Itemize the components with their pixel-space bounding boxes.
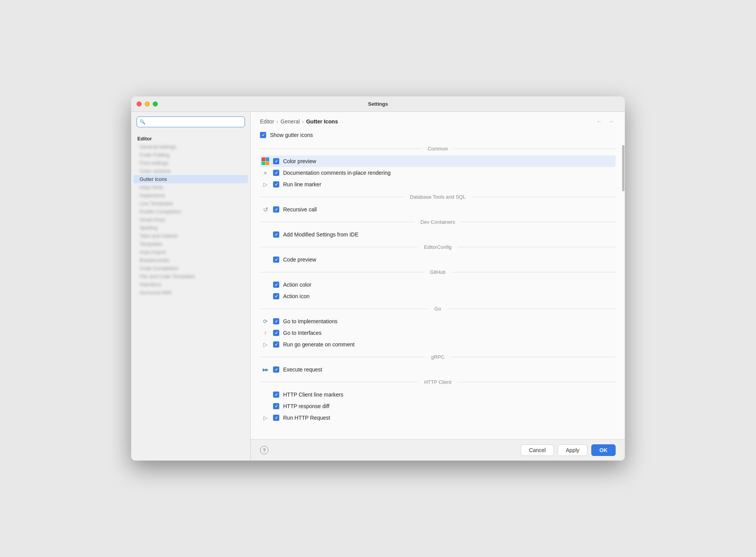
nav-arrows: ← →: [595, 117, 616, 126]
main-content-wrapper: Show gutter icons Common: [251, 130, 625, 439]
color-preview-icon: [262, 157, 269, 165]
sidebar-content: Editor General settings Code Folding Fon…: [131, 132, 250, 461]
nav-forward-button[interactable]: →: [606, 117, 616, 126]
code-preview-icon: [262, 256, 269, 263]
section-divider-http: HTTP Client: [260, 379, 616, 385]
http-line-markers-checkbox[interactable]: [273, 392, 279, 398]
list-item[interactable]: Intentions: [133, 280, 248, 289]
minimize-button[interactable]: [145, 101, 150, 106]
list-item[interactable]: Color scheme: [133, 167, 248, 175]
list-item[interactable]: Code Completion: [133, 264, 248, 272]
search-input[interactable]: [137, 116, 245, 127]
run-go-generate-checkbox[interactable]: [273, 341, 279, 348]
list-item[interactable]: Templates: [133, 240, 248, 248]
settings-row-run-http: ▷ Run HTTP Request: [260, 412, 616, 424]
section-label-db: Database Tools and SQL: [404, 194, 472, 200]
list-item[interactable]: General settings: [133, 143, 248, 151]
run-http-checkbox[interactable]: [273, 415, 279, 421]
go-implementations-checkbox[interactable]: [273, 318, 279, 324]
color-preview-checkbox[interactable]: [273, 158, 279, 164]
window-title: Settings: [368, 101, 388, 107]
settings-row-run-go-generate: ▷ Run go generate on comment: [260, 339, 616, 350]
footer-buttons: Cancel Apply OK: [521, 444, 616, 456]
action-icon-icon: [262, 292, 269, 300]
action-color-checkbox[interactable]: [273, 282, 279, 288]
section-label-grpc: gRPC: [425, 354, 451, 360]
settings-row-add-modified: Add Modified Settings from IDE: [260, 229, 616, 240]
section-label-editorconfig: EditorConfig: [418, 244, 458, 250]
action-icon-checkbox[interactable]: [273, 293, 279, 299]
title-bar: Settings: [131, 96, 625, 112]
section-divider-db: Database Tools and SQL: [260, 194, 616, 200]
go-interfaces-checkbox[interactable]: [273, 330, 279, 336]
code-preview-checkbox[interactable]: [273, 257, 279, 263]
add-modified-label: Add Modified Settings from IDE: [283, 231, 358, 238]
cancel-button[interactable]: Cancel: [521, 444, 554, 456]
section-label-go: Go: [428, 306, 447, 312]
traffic-lights: [137, 101, 158, 106]
go-interfaces-label: Go to Interfaces: [283, 330, 322, 336]
run-go-generate-icon: ▷: [262, 341, 269, 348]
http-response-diff-label: HTTP response diff: [283, 403, 329, 409]
main-header: Editor › General › Gutter Icons ← →: [251, 112, 625, 130]
execute-request-icon: ▶▶: [262, 366, 269, 373]
scrollbar-thumb[interactable]: [622, 145, 624, 191]
search-container: 🔍: [131, 112, 250, 132]
recursive-checkbox[interactable]: [273, 206, 279, 213]
search-wrapper: 🔍: [137, 116, 245, 127]
list-item[interactable]: Inspections: [133, 191, 248, 199]
execute-request-checkbox[interactable]: [273, 366, 279, 373]
http-response-diff-checkbox[interactable]: [273, 403, 279, 409]
section-divider-go: Go: [260, 306, 616, 312]
settings-row-doc-comments: ≡ Documentation comments in-place render…: [260, 167, 616, 179]
list-item[interactable]: Smart Keys: [133, 216, 248, 224]
content-area: 🔍 Editor General settings Code Folding F…: [131, 112, 625, 461]
ok-button[interactable]: OK: [591, 444, 616, 456]
nav-back-button[interactable]: ←: [595, 117, 604, 126]
list-item[interactable]: Code Folding: [133, 151, 248, 159]
list-item[interactable]: Surround With: [133, 289, 248, 297]
http-line-markers-label: HTTP Client line markers: [283, 392, 343, 398]
breadcrumb-general: General: [280, 118, 300, 125]
list-item[interactable]: Spelling: [133, 224, 248, 232]
sidebar-item-gutter-icons[interactable]: Gutter Icons: [133, 175, 248, 183]
run-http-label: Run HTTP Request: [283, 415, 330, 421]
list-item[interactable]: Inlay Hints: [133, 183, 248, 191]
list-item[interactable]: Live Templates: [133, 199, 248, 208]
settings-row-go-implementations: ⟳ Go to Implementations: [260, 316, 616, 327]
run-line-checkbox[interactable]: [273, 181, 279, 187]
section-divider-grpc: gRPC: [260, 354, 616, 360]
sidebar: 🔍 Editor General settings Code Folding F…: [131, 112, 251, 461]
add-modified-checkbox[interactable]: [273, 231, 279, 238]
show-gutter-row: Show gutter icons: [260, 130, 616, 142]
doc-comments-icon: ≡: [262, 169, 269, 177]
settings-row-action-icon: Action icon: [260, 290, 616, 302]
doc-comments-checkbox[interactable]: [273, 170, 279, 176]
list-item[interactable]: File and Code Templates: [133, 272, 248, 280]
add-modified-icon: [262, 231, 269, 238]
section-label-devcontainers: Dev Containers: [414, 219, 461, 225]
list-item[interactable]: Font settings: [133, 159, 248, 167]
main-panel: Editor › General › Gutter Icons ← →: [251, 112, 625, 461]
footer: ? Cancel Apply OK: [251, 439, 625, 461]
section-divider-common: Common: [260, 146, 616, 152]
list-item[interactable]: Breadcrumbs: [133, 256, 248, 264]
recursive-icon: ↺: [262, 206, 269, 213]
sidebar-blurred-group-top: General settings Code Folding Font setti…: [131, 143, 250, 175]
run-go-generate-label: Run go generate on comment: [283, 341, 354, 348]
sidebar-blurred-group-bottom: Inlay Hints Inspections Live Templates P…: [131, 183, 250, 297]
settings-row-go-interfaces: ↑ Go to Interfaces: [260, 327, 616, 339]
maximize-button[interactable]: [153, 101, 158, 106]
list-item[interactable]: Auto-Import: [133, 248, 248, 256]
color-preview-label: Color preview: [283, 158, 316, 164]
list-item[interactable]: Postfix Completion: [133, 208, 248, 216]
run-http-icon: ▷: [262, 414, 269, 422]
breadcrumb-sep2: ›: [302, 118, 304, 125]
http-line-markers-icon: [262, 391, 269, 398]
show-gutter-checkbox[interactable]: [260, 132, 266, 138]
list-item[interactable]: Tabs and Indents: [133, 232, 248, 240]
sidebar-section-editor: Editor: [131, 133, 250, 143]
apply-button[interactable]: Apply: [558, 444, 587, 456]
close-button[interactable]: [137, 101, 142, 106]
help-button[interactable]: ?: [260, 446, 268, 454]
